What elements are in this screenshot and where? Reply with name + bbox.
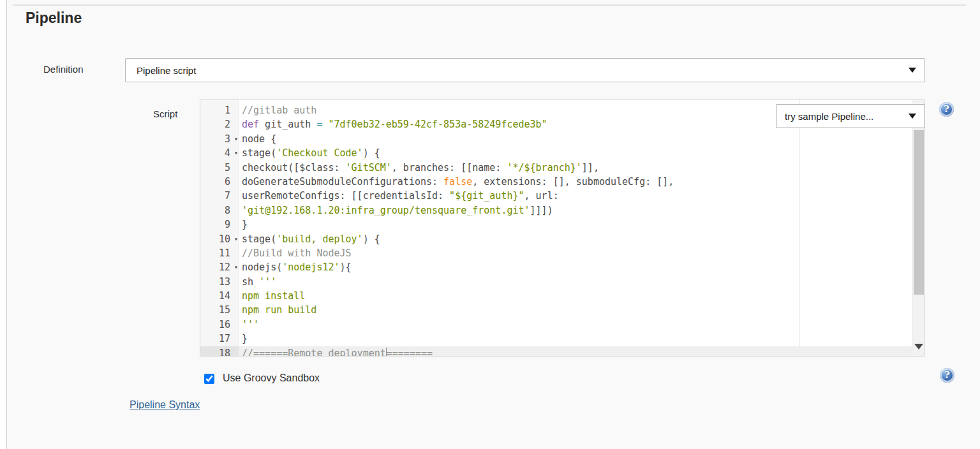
definition-select[interactable]: Pipeline script [125,58,925,82]
line-number: 6 [200,175,239,189]
code-line-text[interactable]: sh ''' [239,275,924,289]
top-divider [13,4,966,6]
code-line-text[interactable]: ''' [239,318,924,332]
use-groovy-sandbox-label: Use Groovy Sandbox [223,372,320,384]
code-line-text[interactable]: stage('build, deploy') { [239,232,924,246]
line-number: 10▾ [200,232,239,246]
code-line-text[interactable]: userRemoteConfigs: [[credentialsId: "${g… [239,189,924,203]
code-line: 15npm run build [200,303,924,317]
line-number: 12▾ [200,260,239,274]
code-line-text[interactable]: //======Remote deployment======== [239,346,924,357]
scrollbar-thumb[interactable] [914,130,924,295]
code-line: 13sh ''' [200,275,924,289]
code-line-text[interactable]: npm install [239,289,924,303]
code-line-text[interactable]: checkout([$class: 'GitSCM', branches: [[… [239,161,924,175]
code-line-text[interactable]: //Build with NodeJS [239,246,924,260]
chevron-down-icon [909,68,916,73]
line-number: 2 [200,117,239,131]
line-number: 8 [200,203,239,217]
left-divider [6,0,7,449]
editor-vertical-scrollbar[interactable] [912,100,924,356]
use-groovy-sandbox-checkbox[interactable] [204,374,214,384]
code-line: 18//======Remote deployment======== [200,346,924,357]
line-number: 7 [200,189,239,203]
sample-pipeline-select[interactable]: try sample Pipeline... [776,104,925,128]
line-number: 9 [200,217,239,232]
line-number: 13 [200,275,239,289]
code-line: 16''' [200,318,924,332]
scrollbar-down-arrow-icon[interactable] [914,344,923,350]
code-line: 3▾node { [200,132,924,146]
question-mark-icon: ? [944,371,950,380]
code-line: 9} [200,217,924,232]
code-line: 6doGenerateSubmoduleConfigurations: fals… [200,175,924,189]
code-line-text[interactable]: } [239,332,924,346]
line-number: 15 [200,303,239,317]
question-mark-icon: ? [944,105,949,114]
code-line: 5checkout([$class: 'GitSCM', branches: [… [200,161,924,175]
pipeline-script-editor[interactable]: 1//gitlab auth2def git_auth = "7df0eb32-… [200,99,925,357]
pipeline-syntax-link[interactable]: Pipeline Syntax [130,399,200,411]
code-line: 10▾stage('build, deploy') { [200,232,924,246]
definition-label: Definition [43,64,84,75]
code-line: 4▾stage('Checkout Code') { [200,146,924,160]
editor-lines: 1//gitlab auth2def git_auth = "7df0eb32-… [200,103,924,357]
code-line: 14npm install [200,289,924,303]
code-line: 8'git@192.168.1.20:infra_group/tensquare… [200,203,924,217]
code-line-text[interactable]: node { [239,132,924,146]
line-number: 18 [200,346,239,357]
line-number: 14 [200,289,239,303]
fold-toggle-icon[interactable]: ▾ [234,146,238,160]
code-line: 17} [200,332,924,346]
definition-select-value: Pipeline script [137,65,196,76]
code-line-text[interactable]: npm run build [239,303,924,317]
code-line-text[interactable]: } [239,217,924,232]
code-line: 11//Build with NodeJS [200,246,924,260]
chevron-down-icon [909,114,916,119]
fold-toggle-icon[interactable]: ▾ [234,232,238,246]
line-number: 4▾ [200,146,239,160]
line-number: 5 [200,161,239,175]
sandbox-help-icon[interactable]: ? [940,368,954,383]
code-line: 12▾nodejs('nodejs12'){ [200,260,924,274]
page-title: Pipeline [26,10,82,27]
line-number: 3▾ [200,132,239,146]
fold-toggle-icon[interactable]: ▾ [234,260,238,274]
line-number: 1 [200,103,239,117]
code-line-text[interactable]: 'git@192.168.1.20:infra_group/tensquare_… [239,203,924,217]
code-line-text[interactable]: nodejs('nodejs12'){ [239,260,924,274]
code-line-text[interactable]: doGenerateSubmoduleConfigurations: false… [239,175,924,189]
script-help-icon[interactable]: ? [939,102,954,117]
sample-pipeline-select-value: try sample Pipeline... [785,111,873,122]
line-number: 17 [200,332,239,346]
pipeline-config-page: Pipeline Definition Pipeline script Scri… [0,0,980,449]
code-line: 7userRemoteConfigs: [[credentialsId: "${… [200,189,924,203]
script-label: Script [153,108,177,119]
line-number: 11 [200,246,239,260]
line-number: 16 [200,318,239,332]
code-line-text[interactable]: stage('Checkout Code') { [239,146,924,160]
fold-toggle-icon[interactable]: ▾ [234,132,238,146]
